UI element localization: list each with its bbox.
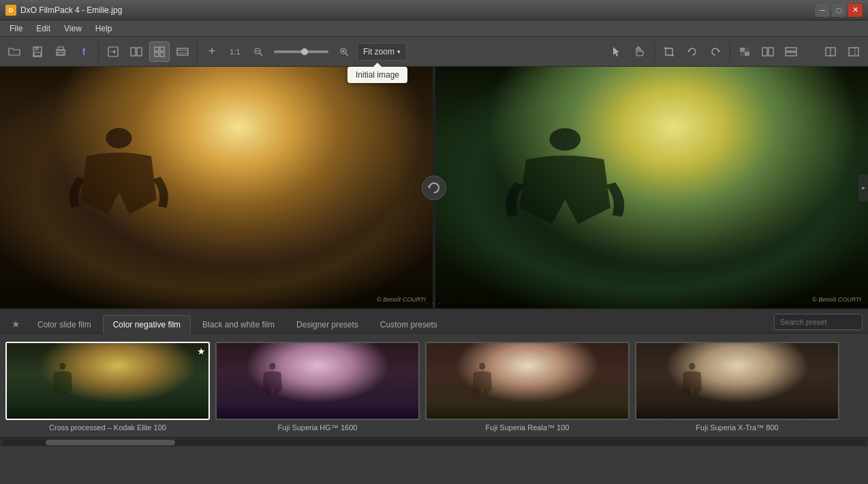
svg-rect-25 — [740, 48, 745, 52]
zoom-1to1-button[interactable]: 1:1 — [225, 42, 245, 62]
svg-rect-9 — [155, 47, 159, 51]
fit-zoom-button[interactable]: Fit zoom ▾ — [357, 43, 407, 61]
zoom-slider[interactable] — [274, 50, 328, 53]
preset-thumb-image-1 — [7, 343, 208, 419]
side-by-side-button[interactable] — [758, 42, 778, 62]
svg-rect-10 — [160, 47, 164, 51]
title-bar: D DxO FilmPack 4 - Emilie.jpg ─ □ ✕ — [0, 0, 868, 20]
svg-marker-38 — [428, 186, 431, 189]
toolbar-separator-3 — [654, 42, 655, 61]
scrollbar-thumb[interactable] — [46, 440, 175, 445]
expand-left-button[interactable] — [820, 42, 841, 62]
svg-rect-28 — [740, 52, 745, 56]
stacked-view-button[interactable] — [781, 42, 801, 62]
preset-thumb-3[interactable]: Fuji Superia Reala™ 100 — [425, 342, 630, 432]
svg-rect-2 — [34, 52, 41, 56]
zoom-out-button[interactable] — [248, 42, 268, 62]
preset-thumb-image-4 — [636, 343, 838, 419]
preset-thumb-image-2 — [217, 343, 418, 419]
preset-thumb-4[interactable]: Fuji Superia X-Tra™ 800 — [635, 342, 839, 432]
next-image-button[interactable]: ▸ — [858, 174, 868, 201]
svg-rect-30 — [769, 48, 773, 56]
filmstrip-button[interactable] — [172, 42, 193, 62]
facebook-button[interactable]: f — [74, 42, 94, 62]
add-comparison-button[interactable]: + — [202, 42, 222, 62]
preset-label-2: Fuji Superia HG™ 1600 — [278, 423, 358, 432]
svg-rect-32 — [786, 52, 796, 56]
svg-rect-8 — [137, 48, 142, 56]
preset-thumb-image-3 — [427, 343, 628, 419]
grid-view-button[interactable] — [149, 42, 170, 62]
tab-black-white[interactable]: Black and white film — [192, 315, 285, 334]
checkerboard-button[interactable] — [734, 42, 755, 62]
window-title: DxO FilmPack 4 - Emilie.jpg — [20, 5, 815, 15]
preset-thumb-img-wrap-1: ★ — [5, 342, 210, 420]
save-button[interactable] — [27, 42, 48, 62]
minimize-button[interactable]: ─ — [815, 3, 830, 17]
horizontal-scrollbar[interactable] — [3, 440, 865, 445]
svg-rect-26 — [745, 52, 749, 56]
svg-rect-12 — [160, 52, 164, 57]
open-folder-button[interactable] — [4, 42, 25, 62]
close-button[interactable]: ✕ — [848, 3, 863, 17]
thumbnails-row: ★ Cross processed – Kodak Elite 100 Fuji… — [0, 334, 868, 437]
divider-dots: · · · — [426, 300, 442, 307]
menu-help[interactable]: Help — [89, 22, 119, 35]
preset-thumb-img-wrap-2 — [215, 342, 420, 420]
toolbar-separator-1 — [98, 42, 99, 61]
preset-area: ★ Color slide film Color negative film B… — [0, 308, 868, 447]
compare-button[interactable] — [126, 42, 146, 62]
svg-marker-23 — [687, 50, 690, 52]
rotate-left-button[interactable] — [682, 42, 702, 62]
svg-line-17 — [260, 53, 262, 56]
preset-label-3: Fuji Superia Reala™ 100 — [486, 423, 570, 432]
tab-color-negative[interactable]: Color negative film — [103, 315, 191, 334]
svg-rect-7 — [131, 48, 136, 56]
expand-right-button[interactable] — [843, 42, 864, 62]
svg-rect-1 — [35, 47, 39, 50]
window-controls: ─ □ ✕ — [815, 3, 863, 17]
tab-color-slide[interactable]: Color slide film — [27, 315, 102, 334]
export-button[interactable] — [103, 42, 123, 62]
preset-thumb-2[interactable]: Fuji Superia HG™ 1600 — [215, 342, 420, 432]
tab-designer[interactable]: Designer presets — [286, 315, 369, 334]
preset-thumb-1[interactable]: ★ Cross processed – Kodak Elite 100 — [5, 342, 210, 432]
preset-tabs-row: ★ Color slide film Color negative film B… — [0, 309, 868, 334]
toolbar: f + 1:1 Fit zoom ▾ — [0, 37, 868, 67]
svg-point-43 — [689, 363, 695, 370]
menu-edit[interactable]: Edit — [29, 22, 57, 35]
svg-point-40 — [59, 363, 65, 370]
menu-bar: File Edit View Help — [0, 20, 868, 37]
original-image: © Benoît COURTI — [0, 67, 433, 308]
pan-tool-button[interactable] — [630, 42, 650, 62]
svg-point-42 — [479, 363, 485, 370]
watermark-left: © Benoît COURTI — [377, 296, 426, 303]
svg-marker-24 — [717, 50, 720, 52]
initial-image-tooltip: Initial image — [347, 67, 407, 83]
favorites-tab[interactable]: ★ — [5, 314, 26, 334]
crop-button[interactable] — [659, 42, 679, 62]
preset-thumb-img-wrap-3 — [425, 342, 630, 420]
search-preset-container — [774, 314, 863, 330]
sync-views-button[interactable] — [422, 176, 446, 200]
svg-point-39 — [550, 128, 581, 150]
svg-line-20 — [345, 53, 348, 56]
preset-star-1: ★ — [197, 346, 206, 357]
zoom-in-button[interactable] — [334, 42, 354, 62]
tab-custom[interactable]: Custom presets — [370, 315, 448, 334]
rotate-right-button[interactable] — [705, 42, 726, 62]
menu-view[interactable]: View — [57, 22, 89, 35]
processed-image: © Benoît COURTI — [435, 67, 868, 308]
print-button[interactable] — [50, 42, 71, 62]
menu-file[interactable]: File — [3, 22, 29, 35]
search-preset-input[interactable] — [774, 314, 863, 330]
toolbar-separator-4 — [730, 42, 730, 61]
main-image-area: ◂ © Benoît COURTI — [0, 67, 868, 308]
svg-rect-31 — [786, 48, 796, 51]
app-icon: D — [5, 5, 16, 16]
horizontal-scrollbar-area — [0, 437, 868, 447]
maximize-button[interactable]: □ — [831, 3, 846, 17]
zoom-slider-handle[interactable] — [301, 48, 308, 55]
svg-rect-35 — [849, 48, 858, 56]
select-tool-button[interactable] — [606, 42, 627, 62]
